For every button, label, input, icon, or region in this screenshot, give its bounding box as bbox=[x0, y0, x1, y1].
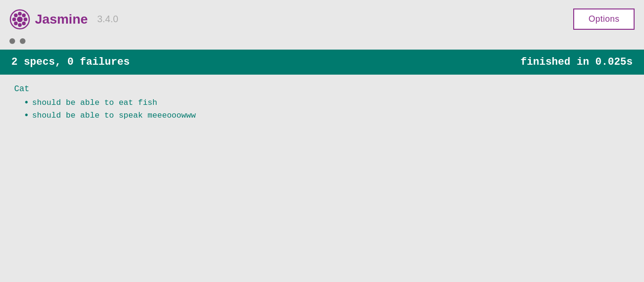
main-content: Cat should be able to eat fish should be… bbox=[0, 75, 644, 264]
status-bar: 2 specs, 0 failures finished in 0.025s bbox=[0, 50, 644, 75]
options-button[interactable]: Options bbox=[573, 9, 635, 30]
svg-point-5 bbox=[14, 13, 18, 17]
suite-name: Cat bbox=[14, 84, 630, 94]
spec-item-2: should be able to speak meeeooowww bbox=[24, 110, 630, 121]
finished-time: finished in 0.025s bbox=[520, 56, 633, 68]
jasmine-icon bbox=[9, 9, 30, 30]
svg-point-6 bbox=[22, 13, 26, 17]
svg-point-9 bbox=[17, 17, 23, 22]
specs-summary: 2 specs, 0 failures bbox=[11, 56, 130, 68]
jasmine-title: Jasmine bbox=[35, 12, 88, 27]
logo-area: Jasmine 3.4.0 bbox=[9, 9, 118, 30]
svg-point-4 bbox=[24, 17, 27, 21]
svg-point-3 bbox=[12, 17, 16, 21]
svg-point-7 bbox=[14, 21, 18, 25]
dot-2 bbox=[20, 38, 25, 44]
header: Jasmine 3.4.0 Options bbox=[0, 0, 644, 34]
spec-text-1: should be able to eat fish bbox=[32, 98, 157, 107]
dots-area bbox=[0, 34, 644, 50]
jasmine-logo: Jasmine bbox=[9, 9, 88, 30]
spec-text-2: should be able to speak meeeooowww bbox=[32, 111, 196, 120]
spec-item-1: should be able to eat fish bbox=[24, 97, 630, 108]
svg-point-2 bbox=[18, 23, 22, 27]
dot-1 bbox=[9, 38, 15, 44]
spec-list: should be able to eat fish should be abl… bbox=[14, 97, 630, 121]
svg-point-1 bbox=[18, 12, 22, 16]
results-area: Cat should be able to eat fish should be… bbox=[0, 75, 644, 132]
version-label: 3.4.0 bbox=[97, 14, 118, 25]
svg-point-8 bbox=[22, 21, 26, 25]
